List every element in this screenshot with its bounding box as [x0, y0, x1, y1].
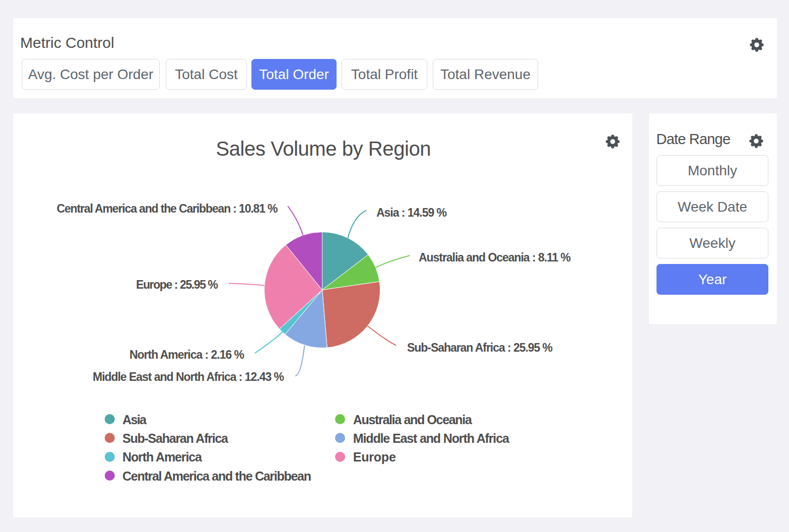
svg-text:North America : 2.16 %: North America : 2.16 %	[129, 348, 244, 361]
svg-text:Asia : 14.59 %: Asia : 14.59 %	[376, 206, 447, 219]
svg-text:Australia and Oceania: Australia and Oceania	[353, 413, 473, 427]
svg-text:North America: North America	[122, 450, 203, 464]
svg-text:Central America and the Caribb: Central America and the Caribbean : 10.8…	[57, 202, 278, 215]
svg-text:Europe: Europe	[353, 450, 396, 464]
svg-text:Middle East and North Africa :: Middle East and North Africa : 12.43 %	[93, 370, 284, 383]
svg-text:Sales Volume by Region: Sales Volume by Region	[216, 138, 431, 160]
svg-text:Sub-Saharan Africa: Sub-Saharan Africa	[122, 431, 229, 445]
svg-text:Asia: Asia	[122, 413, 147, 427]
svg-text:Middle East and North Africa: Middle East and North Africa	[353, 431, 510, 445]
svg-text:Sub-Saharan Africa : 25.95 %: Sub-Saharan Africa : 25.95 %	[407, 341, 553, 354]
svg-text:Australia and Oceania : 8.11 %: Australia and Oceania : 8.11 %	[419, 251, 571, 264]
svg-text:Europe : 25.95 %: Europe : 25.95 %	[136, 278, 218, 291]
svg-text:Central America and the Caribb: Central America and the Caribbean	[122, 469, 311, 483]
